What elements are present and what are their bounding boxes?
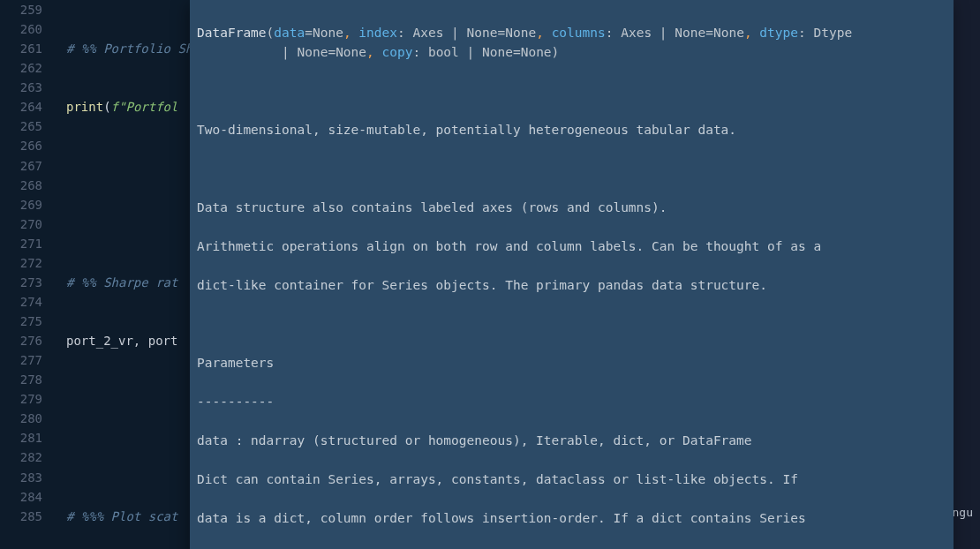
line-number: 280 bbox=[0, 409, 42, 428]
fstring: f"Portfol bbox=[111, 100, 178, 114]
tooltip-description: Arithmetic operations align on both row … bbox=[197, 237, 946, 256]
line-number: 275 bbox=[0, 312, 42, 331]
code-text: port_2_vr, port bbox=[66, 334, 177, 348]
line-number: 264 bbox=[0, 97, 42, 117]
line-number: 284 bbox=[0, 487, 42, 507]
comment: # %% Sharpe rat bbox=[66, 275, 177, 290]
line-number: 274 bbox=[0, 292, 42, 312]
documentation-tooltip[interactable]: DataFrame(data=None, index: Axes | None=… bbox=[190, 0, 954, 549]
tooltip-params-header: Parameters bbox=[197, 353, 946, 372]
tooltip-dashes: ---------- bbox=[197, 392, 946, 411]
line-number: 278 bbox=[0, 370, 42, 389]
line-number: 282 bbox=[0, 447, 42, 467]
line-number: 266 bbox=[0, 136, 42, 155]
line-number: 273 bbox=[0, 273, 42, 292]
line-number-gutter: 2592602612622632642652662672682692702712… bbox=[0, 0, 53, 549]
line-number: 260 bbox=[0, 19, 42, 39]
tooltip-signature: DataFrame(data=None, index: Axes | None=… bbox=[197, 23, 946, 62]
line-number: 279 bbox=[0, 389, 42, 409]
line-number: 270 bbox=[0, 214, 42, 234]
line-number: 268 bbox=[0, 176, 42, 195]
comment: # %%% Plot scat bbox=[66, 509, 177, 523]
line-number: 271 bbox=[0, 234, 42, 253]
tooltip-description: Two-dimensional, size-mutable, potential… bbox=[197, 120, 946, 139]
tooltip-description: dict-like container for Series objects. … bbox=[197, 275, 946, 295]
line-number: 262 bbox=[0, 58, 42, 78]
line-number: 283 bbox=[0, 468, 42, 487]
paren: ( bbox=[103, 100, 110, 114]
tooltip-param-data: data is a dict, column order follows ins… bbox=[197, 508, 946, 528]
line-number: 261 bbox=[0, 39, 42, 58]
line-number: 269 bbox=[0, 195, 42, 214]
line-number: 276 bbox=[0, 331, 42, 350]
tooltip-param-data: Dict can contain Series, arrays, constan… bbox=[197, 470, 946, 489]
tooltip-description: Data structure also contains labeled axe… bbox=[197, 198, 946, 217]
line-number: 259 bbox=[0, 0, 42, 19]
line-number: 272 bbox=[0, 253, 42, 273]
line-number: 263 bbox=[0, 78, 42, 97]
builtin-print: print bbox=[66, 100, 103, 114]
line-number: 265 bbox=[0, 117, 42, 136]
line-number: 277 bbox=[0, 350, 42, 370]
line-number: 285 bbox=[0, 507, 42, 526]
line-number: 281 bbox=[0, 428, 42, 447]
tooltip-param-data: data : ndarray (structured or homogeneou… bbox=[197, 431, 946, 450]
line-number: 267 bbox=[0, 156, 42, 176]
